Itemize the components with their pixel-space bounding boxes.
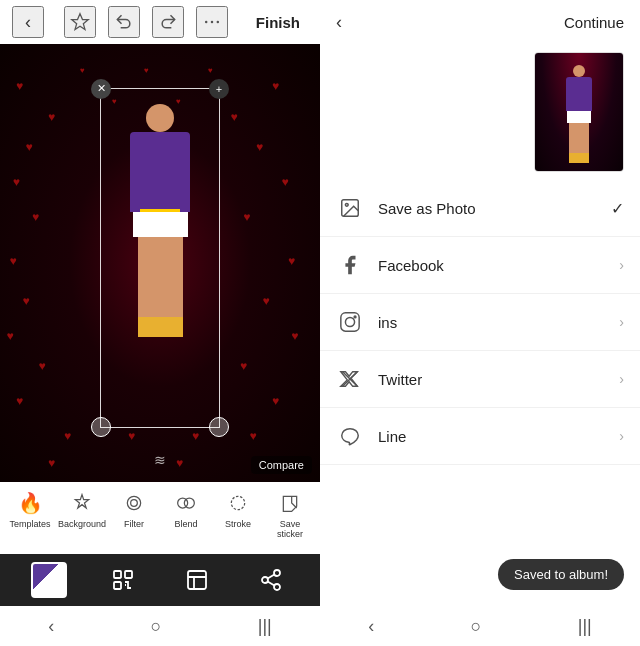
svg-point-1: [205, 21, 208, 24]
twitter-icon: [336, 365, 364, 393]
nav-bar-right: ‹ ○ |||: [320, 606, 640, 646]
stroke-label: Stroke: [225, 519, 251, 529]
facebook-label: Facebook: [378, 257, 619, 274]
continue-button[interactable]: Continue: [564, 14, 624, 31]
svg-point-3: [216, 21, 219, 24]
right-panel: ‹ Continue: [320, 0, 640, 646]
tool-save-sticker[interactable]: Save sticker: [266, 490, 314, 539]
nav-right-back-icon[interactable]: ‹: [368, 616, 374, 637]
center-icons: [64, 6, 228, 38]
layout-icon-button[interactable]: [179, 562, 215, 598]
svg-point-7: [184, 498, 194, 508]
svg-point-4: [127, 496, 140, 509]
nav-right-recent-icon[interactable]: |||: [578, 616, 592, 637]
instagram-label: ins: [378, 314, 619, 331]
filter-label: Filter: [124, 519, 144, 529]
bottom-right-handle[interactable]: [209, 417, 229, 437]
svg-point-2: [211, 21, 214, 24]
nav-back-icon[interactable]: ‹: [48, 616, 54, 637]
stroke-icon: [228, 490, 248, 516]
save-sticker-label: Save sticker: [266, 519, 314, 539]
image-area: ♥ ♥ ♥ ♥ ♥ ♥ ♥ ♥ ♥ ♥ ♥ ♥ ♥ ♥ ♥ ♥ ♥ ♥ ♥ ♥ …: [0, 44, 320, 482]
nav-home-icon[interactable]: ○: [151, 616, 162, 637]
share-option-save-photo[interactable]: Save as Photo ✓: [320, 180, 640, 237]
save-photo-label: Save as Photo: [378, 200, 611, 217]
share-icon-button[interactable]: [253, 562, 289, 598]
nav-right-home-icon[interactable]: ○: [471, 616, 482, 637]
thumbnail-preview: [31, 562, 67, 598]
line-label: Line: [378, 428, 619, 445]
undo-button[interactable]: [108, 6, 140, 38]
svg-point-19: [345, 317, 354, 326]
left-panel: ‹: [0, 0, 320, 646]
tool-templates[interactable]: 🔥 Templates: [6, 490, 54, 529]
scan-icon-button[interactable]: [105, 562, 141, 598]
save-sticker-icon: [280, 490, 300, 516]
blend-label: Blend: [174, 519, 197, 529]
twitter-arrow: ›: [619, 371, 624, 387]
share-options: Save as Photo ✓ Facebook › ins ›: [320, 180, 640, 606]
action-bar: [0, 554, 320, 606]
svg-point-20: [354, 316, 356, 318]
add-handle[interactable]: +: [209, 79, 229, 99]
templates-icon: 🔥: [18, 490, 43, 516]
right-back-button[interactable]: ‹: [336, 12, 342, 33]
svg-rect-9: [114, 571, 121, 578]
background-icon: [72, 490, 92, 516]
share-option-facebook[interactable]: Facebook ›: [320, 237, 640, 294]
top-bar-left: ‹: [0, 0, 320, 44]
save-photo-icon: [336, 194, 364, 222]
svg-point-8: [231, 496, 244, 509]
svg-point-5: [131, 500, 138, 507]
svg-point-17: [345, 203, 348, 206]
top-bar-right: ‹ Continue: [320, 0, 640, 44]
nav-bar-left: ‹ ○ |||: [0, 606, 320, 646]
templates-label: Templates: [9, 519, 50, 529]
back-button[interactable]: ‹: [12, 6, 44, 38]
preview-thumb-inner: [535, 53, 623, 171]
selection-box: ✕ +: [100, 88, 220, 428]
background-label: Background: [58, 519, 106, 529]
redo-button[interactable]: [152, 6, 184, 38]
more-options-button[interactable]: [196, 6, 228, 38]
tool-stroke[interactable]: Stroke: [214, 490, 262, 529]
facebook-arrow: ›: [619, 257, 624, 273]
svg-rect-10: [125, 571, 132, 578]
filter-icon: [124, 490, 144, 516]
toast-notification: Saved to album!: [498, 559, 624, 590]
tool-blend[interactable]: Blend: [162, 490, 210, 529]
svg-rect-18: [341, 313, 359, 331]
bottom-toolbar: 🔥 Templates Background Filter: [0, 482, 320, 554]
svg-point-15: [274, 584, 280, 590]
instagram-icon: [336, 308, 364, 336]
svg-point-13: [274, 570, 280, 576]
preview-thumbnail: [534, 52, 624, 172]
bottom-left-handle[interactable]: [91, 417, 111, 437]
save-photo-check: ✓: [611, 199, 624, 218]
twitter-label: Twitter: [378, 371, 619, 388]
line-icon: [336, 422, 364, 450]
finish-button[interactable]: Finish: [248, 10, 308, 35]
tool-background[interactable]: Background: [58, 490, 106, 529]
share-option-line[interactable]: Line ›: [320, 408, 640, 465]
thumbnail-mini-button[interactable]: [31, 562, 67, 598]
instagram-arrow: ›: [619, 314, 624, 330]
line-arrow: ›: [619, 428, 624, 444]
share-option-twitter[interactable]: Twitter ›: [320, 351, 640, 408]
share-option-instagram[interactable]: ins ›: [320, 294, 640, 351]
svg-rect-12: [188, 571, 206, 589]
star-icon-btn[interactable]: [64, 6, 96, 38]
compare-button[interactable]: Compare: [251, 456, 312, 474]
preview-area: [320, 44, 640, 180]
facebook-icon: [336, 251, 364, 279]
svg-rect-11: [114, 582, 121, 589]
nav-recent-icon[interactable]: |||: [258, 616, 272, 637]
blend-icon: [176, 490, 196, 516]
waveform-button[interactable]: ≋: [154, 452, 166, 468]
svg-marker-0: [72, 14, 89, 30]
svg-point-14: [262, 577, 268, 583]
remove-handle[interactable]: ✕: [91, 79, 111, 99]
tool-filter[interactable]: Filter: [110, 490, 158, 529]
